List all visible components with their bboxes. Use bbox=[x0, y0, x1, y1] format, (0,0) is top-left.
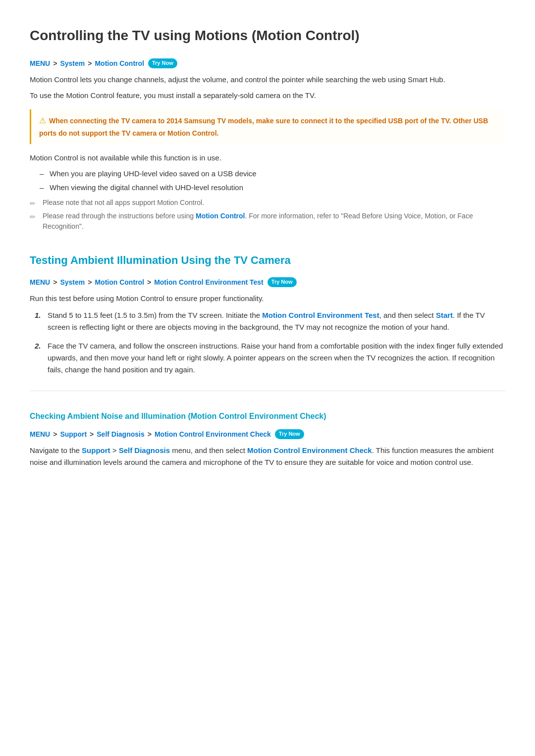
bullet-item-1: When you are playing UHD-level video sav… bbox=[40, 168, 505, 180]
step-num-1: 1. bbox=[35, 309, 41, 321]
pencil-icon-1: ✏ bbox=[30, 199, 36, 209]
bullet-item-2: When viewing the digital channel with UH… bbox=[40, 182, 505, 194]
breadcrumb-s2-sep1: > bbox=[53, 277, 57, 288]
support-link: Support bbox=[82, 446, 110, 454]
breadcrumb-system: System bbox=[60, 58, 85, 69]
self-diagnosis-link: Self Diagnosis bbox=[119, 446, 170, 454]
section3-text-before: Navigate to the bbox=[30, 446, 82, 454]
note-list: ✏ Please note that not all apps support … bbox=[30, 198, 505, 232]
breadcrumb-s2-env-test: Motion Control Environment Test bbox=[154, 277, 264, 288]
breadcrumb-motion-control: Motion Control bbox=[95, 58, 144, 69]
step-1-text: Stand 5 to 11.5 feet (1.5 to 3.5m) from … bbox=[48, 311, 485, 331]
section2-heading: Testing Ambient Illumination Using the T… bbox=[30, 252, 505, 269]
warning-text: When connecting the TV camera to 2014 Sa… bbox=[39, 117, 488, 137]
warning-box: ⚠When connecting the TV camera to 2014 S… bbox=[30, 109, 505, 144]
steps-list: 1. Stand 5 to 11.5 feet (1.5 to 3.5m) fr… bbox=[35, 309, 505, 376]
note-motion-control-link: Motion Control bbox=[196, 212, 245, 220]
breadcrumb-s2-motion-control: Motion Control bbox=[95, 277, 144, 288]
breadcrumb-s3-env-check: Motion Control Environment Check bbox=[155, 429, 271, 440]
section3-body: Navigate to the Support > Self Diagnosis… bbox=[30, 445, 505, 468]
breadcrumb-s2-system: System bbox=[60, 277, 85, 288]
step-1: 1. Stand 5 to 11.5 feet (1.5 to 3.5m) fr… bbox=[35, 309, 505, 333]
breadcrumb-sep2: > bbox=[88, 58, 92, 69]
breadcrumb-menu: MENU bbox=[30, 58, 50, 69]
breadcrumb-s2-sep3: > bbox=[147, 277, 151, 288]
note-text-2: Please read through the instructions bef… bbox=[43, 212, 473, 230]
breadcrumb-s2-menu: MENU bbox=[30, 277, 50, 288]
note-item-1: ✏ Please note that not all apps support … bbox=[30, 198, 505, 208]
try-now-badge-3[interactable]: Try Now bbox=[275, 429, 304, 439]
page-title: Controlling the TV using Motions (Motion… bbox=[30, 25, 505, 47]
note-text-1: Please note that not all apps support Mo… bbox=[43, 199, 204, 206]
section3-text-mid2: menu, and then select bbox=[170, 446, 247, 454]
unavailable-text: Motion Control is not available while th… bbox=[30, 152, 505, 164]
section2-intro: Run this test before using Motion Contro… bbox=[30, 293, 505, 304]
start-link: Start bbox=[436, 311, 453, 319]
breadcrumb-s3-support: Support bbox=[60, 429, 87, 440]
warning-icon: ⚠ bbox=[39, 116, 46, 125]
breadcrumb-s3-menu: MENU bbox=[30, 429, 50, 440]
breadcrumb-s3-sep2: > bbox=[90, 429, 94, 440]
motion-control-env-test-link: Motion Control Environment Test bbox=[262, 311, 379, 319]
section3-text-mid1: > bbox=[110, 446, 119, 454]
step-num-2: 2. bbox=[35, 340, 41, 352]
pencil-icon-2: ✏ bbox=[30, 212, 36, 222]
intro-text-2: To use the Motion Control feature, you m… bbox=[30, 90, 505, 101]
breadcrumb-section2: MENU > System > Motion Control > Motion … bbox=[30, 277, 505, 288]
section3-heading: Checking Ambient Noise and Illumination … bbox=[30, 410, 505, 423]
breadcrumb-section1: MENU > System > Motion Control Try Now bbox=[30, 58, 505, 69]
breadcrumb-s3-sep3: > bbox=[148, 429, 152, 440]
step-2: 2. Face the TV camera, and follow the on… bbox=[35, 340, 505, 376]
note-item-2: ✏ Please read through the instructions b… bbox=[30, 211, 505, 232]
env-check-link: Motion Control Environment Check bbox=[247, 446, 372, 454]
unavailable-bullet-list: When you are playing UHD-level video sav… bbox=[40, 168, 505, 194]
breadcrumb-s3-sep1: > bbox=[53, 429, 57, 440]
breadcrumb-s3-self-diagnosis: Self Diagnosis bbox=[97, 429, 144, 440]
try-now-badge-1[interactable]: Try Now bbox=[148, 58, 177, 68]
breadcrumb-s2-sep2: > bbox=[88, 277, 92, 288]
try-now-badge-2[interactable]: Try Now bbox=[268, 277, 297, 287]
intro-text-1: Motion Control lets you change channels,… bbox=[30, 74, 505, 86]
breadcrumb-sep1: > bbox=[53, 58, 57, 69]
step-2-text: Face the TV camera, and follow the onscr… bbox=[48, 342, 503, 374]
breadcrumb-section3: MENU > Support > Self Diagnosis > Motion… bbox=[30, 429, 505, 440]
section-divider bbox=[30, 391, 505, 391]
